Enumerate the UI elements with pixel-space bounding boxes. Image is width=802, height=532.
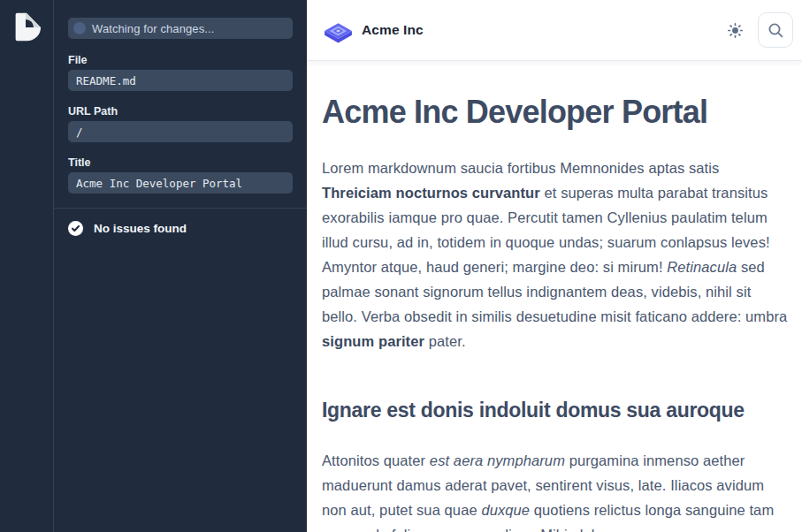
pulse-dot-icon: [73, 22, 86, 34]
sidebar-panel: Watching for changes... File URL Path Ti…: [54, 0, 307, 532]
file-field-label: File: [68, 54, 293, 66]
title-field-label: Title: [68, 156, 293, 169]
page-title: Acme Inc Developer Portal: [322, 93, 788, 131]
issues-status-label: No issues found: [94, 222, 187, 235]
doc-article: Acme Inc Developer Portal Lorem markdown…: [307, 61, 802, 532]
file-field-input[interactable]: [68, 70, 293, 91]
paragraph: Attonitos quater est aera nympharum purg…: [322, 448, 788, 532]
preview-scroll-area[interactable]: Acme Inc Developer Portal Lorem markdown…: [307, 61, 802, 532]
check-circle-icon: [68, 221, 83, 236]
site-header: Acme Inc: [307, 0, 802, 61]
section-heading: Ignare est donis indoluit domus sua auro…: [322, 398, 788, 423]
magnifier-icon: [768, 22, 784, 39]
decap-d-logo-icon: [9, 10, 42, 43]
site-preview: Acme Inc: [307, 0, 802, 532]
issues-status: No issues found: [68, 221, 293, 236]
paragraph: Lorem markdownum saucia fortibus Memnoni…: [322, 156, 788, 353]
sun-icon: [728, 23, 743, 38]
brand-home-link[interactable]: Acme Inc: [322, 14, 424, 47]
title-field-input[interactable]: [68, 172, 293, 194]
url-path-field-label: URL Path: [68, 105, 293, 118]
url-path-field-input[interactable]: [68, 121, 293, 142]
field-url-path: URL Path: [68, 105, 293, 142]
sidebar-rail: [0, 0, 54, 532]
issues-section: No issues found: [54, 208, 307, 236]
field-file: File: [68, 54, 293, 91]
field-title: Title: [68, 156, 293, 194]
watch-status: Watching for changes...: [68, 18, 293, 39]
theme-toggle-button[interactable]: [724, 19, 746, 42]
app-window: Watching for changes... File URL Path Ti…: [0, 0, 802, 532]
metadata-fields: File URL Path Title: [68, 54, 293, 194]
acme-logo-icon: [322, 14, 355, 47]
brand-name: Acme Inc: [362, 22, 424, 38]
editor-sidebar: Watching for changes... File URL Path Ti…: [0, 0, 307, 532]
watch-status-label: Watching for changes...: [92, 22, 214, 35]
search-button[interactable]: [758, 12, 793, 48]
